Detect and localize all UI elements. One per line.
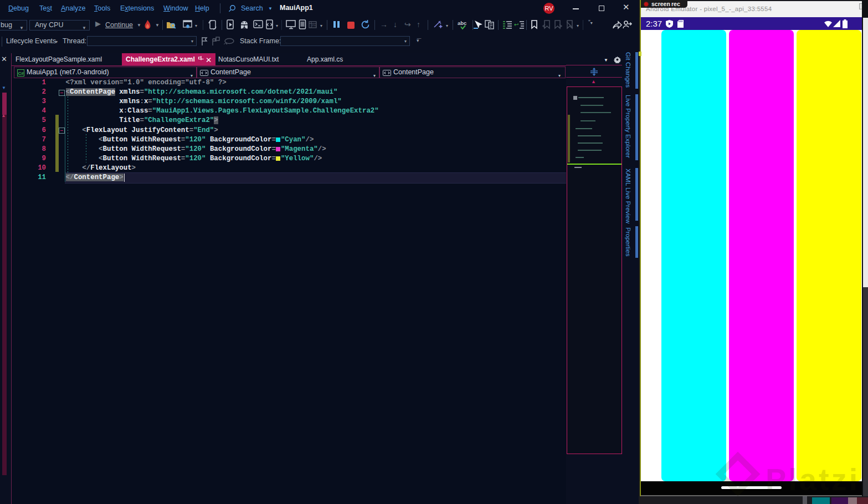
svg-text:abc: abc [458,20,466,26]
svg-text:C#: C# [18,70,24,75]
svg-text:PA: PA [312,24,316,27]
svg-text:Platzi: Platzi [766,462,860,496]
svg-text:↩: ↩ [514,22,518,28]
